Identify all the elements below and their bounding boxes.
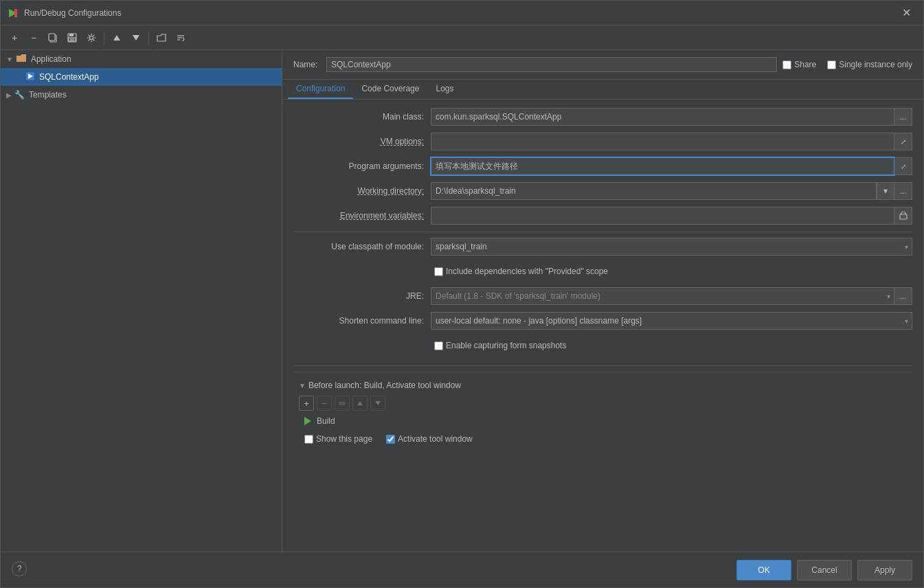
copy-config-button[interactable] <box>45 30 61 46</box>
divider-2 <box>293 365 912 366</box>
main-content: ▼ Application SQLContextApp <box>1 50 923 552</box>
vm-options-input-group: ⤢ <box>431 133 912 150</box>
build-arrow-icon <box>304 417 311 425</box>
footer-area: ? OK Cancel Apply <box>1 552 923 587</box>
include-deps-checkbox-label[interactable]: Include dependencies with "Provided" sco… <box>434 267 608 276</box>
working-dir-row: Working directory: ▾ ... <box>293 182 912 200</box>
ok-button[interactable]: OK <box>736 560 791 580</box>
working-dir-dropdown-button[interactable]: ▾ <box>877 182 894 200</box>
save-config-button[interactable] <box>64 30 80 46</box>
main-class-browse-button[interactable]: ... <box>894 108 912 126</box>
env-vars-input[interactable] <box>431 207 894 225</box>
sidebar-group-templates[interactable]: ▶ 🔧 Templates <box>1 86 282 104</box>
remove-config-button[interactable]: − <box>25 30 42 46</box>
vm-options-expand-button[interactable]: ⤢ <box>894 133 912 150</box>
include-deps-checkbox[interactable] <box>434 267 443 276</box>
enable-snapshots-checkbox[interactable] <box>434 341 443 350</box>
working-dir-input[interactable] <box>431 182 877 200</box>
before-launch-remove-button[interactable]: − <box>317 396 332 411</box>
help-button[interactable]: ? <box>12 561 27 576</box>
before-launch-add-button[interactable]: + <box>299 396 314 411</box>
config-panel: Main class: ... VM options: ⤢ <box>282 100 923 552</box>
main-class-row: Main class: ... <box>293 108 912 126</box>
activate-tool-label-text: Activate tool window <box>398 434 473 444</box>
app-folder-icon <box>16 54 27 65</box>
sort-button[interactable] <box>172 30 189 46</box>
tab-code-coverage[interactable]: Code Coverage <box>353 80 427 99</box>
svg-marker-19 <box>375 401 381 405</box>
svg-marker-11 <box>133 35 139 41</box>
bottom-options: Show this page Activate tool window <box>293 429 912 449</box>
jre-select[interactable]: Default (1.8 - SDK of 'sparksql_train' m… <box>431 287 894 305</box>
classpath-label: Use classpath of module: <box>293 242 431 251</box>
include-deps-label-text: Include dependencies with "Provided" sco… <box>446 267 608 276</box>
jre-select-wrapper: Default (1.8 - SDK of 'sparksql_train' m… <box>431 287 894 305</box>
svg-marker-18 <box>357 401 363 405</box>
main-class-input-group: ... <box>431 108 912 126</box>
sidebar-item-sqlcontextapp[interactable]: SQLContextApp <box>1 68 282 86</box>
before-launch-chevron-icon: ▼ <box>299 382 306 389</box>
activate-tool-checkbox-label[interactable]: Activate tool window <box>386 434 473 444</box>
classpath-row: Use classpath of module: sparksql_train … <box>293 238 912 256</box>
before-launch-header: ▼ Before launch: Build, Activate tool wi… <box>293 378 912 393</box>
dialog-title: Run/Debug Configurations <box>24 8 897 18</box>
enable-snapshots-label-text: Enable capturing form snapshots <box>446 341 566 350</box>
enable-snapshots-checkbox-label[interactable]: Enable capturing form snapshots <box>434 341 566 350</box>
run-config-icon <box>25 71 35 83</box>
main-toolbar: + − <box>1 25 923 50</box>
vm-options-label: VM options: <box>293 137 431 146</box>
program-args-row: Program arguments: ⤢ <box>293 157 912 175</box>
move-up-button[interactable] <box>109 30 125 46</box>
before-launch-move-up-button[interactable] <box>352 396 368 411</box>
program-args-input[interactable] <box>431 157 894 175</box>
footer: ? OK Cancel Apply <box>1 552 923 587</box>
show-page-checkbox-label[interactable]: Show this page <box>304 434 372 444</box>
shorten-cmd-select[interactable]: user-local default: none - java [options… <box>431 312 912 330</box>
dialog-icon <box>8 8 19 19</box>
jre-browse-button[interactable]: ... <box>894 287 912 305</box>
settings-button[interactable] <box>83 30 100 46</box>
vm-options-input[interactable] <box>431 133 894 150</box>
apply-button[interactable]: Apply <box>857 560 912 580</box>
tab-logs[interactable]: Logs <box>427 80 462 99</box>
env-vars-browse-button[interactable] <box>894 207 912 225</box>
shorten-cmd-select-wrapper: user-local default: none - java [options… <box>431 312 912 330</box>
single-instance-checkbox-label[interactable]: Single instance only <box>827 60 912 69</box>
sidebar-group-application-label: Application <box>31 54 71 64</box>
jre-label: JRE: <box>293 291 431 301</box>
classpath-select[interactable]: sparksql_train <box>431 238 912 256</box>
classpath-select-wrapper: sparksql_train ▾ <box>431 238 912 256</box>
single-instance-label-text: Single instance only <box>839 60 912 69</box>
name-label: Name: <box>293 60 321 69</box>
sidebar-group-application[interactable]: ▼ Application <box>1 50 282 68</box>
close-button[interactable]: ✕ <box>897 3 916 22</box>
share-label-text: Share <box>794 60 816 69</box>
vm-options-row: VM options: ⤢ <box>293 133 912 150</box>
move-down-button[interactable] <box>128 30 144 46</box>
show-page-checkbox[interactable] <box>304 435 313 444</box>
activate-tool-checkbox[interactable] <box>386 435 395 444</box>
working-dir-label: Working directory: <box>293 186 431 196</box>
build-label: Build <box>317 416 335 426</box>
include-deps-row: Include dependencies with "Provided" sco… <box>293 262 912 280</box>
wrench-icon: 🔧 <box>14 90 25 100</box>
before-launch-move-down-button[interactable] <box>370 396 385 411</box>
add-config-button[interactable]: + <box>6 30 23 46</box>
build-row: Build <box>293 414 912 429</box>
name-input[interactable] <box>326 57 777 72</box>
single-instance-checkbox[interactable] <box>827 60 836 69</box>
program-args-expand-button[interactable]: ⤢ <box>894 157 912 175</box>
program-args-input-group: ⤢ <box>431 157 912 175</box>
share-checkbox-label[interactable]: Share <box>782 60 816 69</box>
main-class-input[interactable] <box>431 108 894 126</box>
cancel-button[interactable]: Cancel <box>797 560 852 580</box>
tab-configuration[interactable]: Configuration <box>288 80 353 99</box>
folder-button[interactable] <box>153 30 170 46</box>
jre-input-group: Default (1.8 - SDK of 'sparksql_train' m… <box>431 287 912 305</box>
share-checkbox[interactable] <box>782 60 791 69</box>
title-bar: Run/Debug Configurations ✕ <box>1 1 923 25</box>
working-dir-browse-button[interactable]: ... <box>894 182 912 200</box>
main-class-label: Main class: <box>293 112 431 122</box>
name-row: Name: Share Single instance only <box>282 50 923 80</box>
before-launch-edit-button[interactable]: ✏ <box>335 396 350 411</box>
